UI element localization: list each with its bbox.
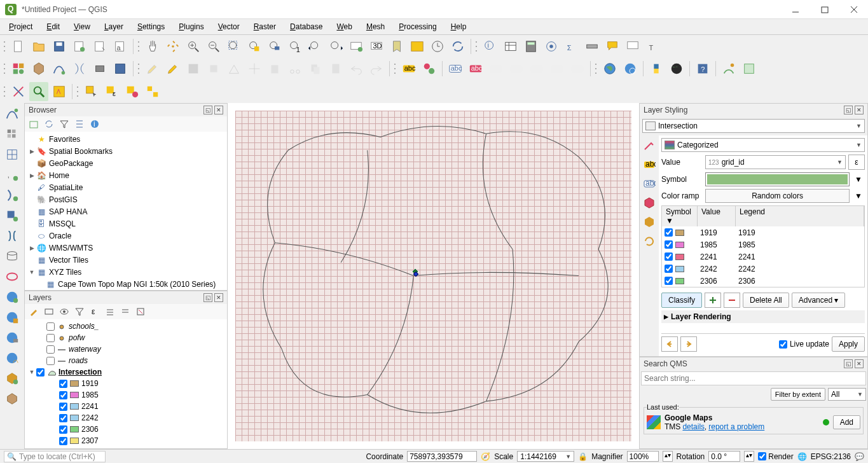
new-virtual-button[interactable]	[111, 59, 130, 78]
label-show-button[interactable]	[486, 59, 506, 78]
browser-filter-button[interactable]	[58, 118, 71, 130]
symbol-swatch[interactable]	[705, 172, 850, 186]
paste-button[interactable]	[326, 59, 345, 78]
cut-button[interactable]	[286, 59, 305, 78]
new-project-button[interactable]	[9, 37, 28, 56]
add-xyz-button[interactable]	[3, 308, 22, 327]
digitize-button[interactable]	[224, 59, 244, 78]
col-value[interactable]: Value	[698, 206, 736, 226]
browser-item[interactable]: ★Favorites	[25, 133, 227, 145]
browser-add-button[interactable]	[27, 118, 40, 130]
layer-row[interactable]: 2306	[25, 424, 227, 435]
add-wms-button[interactable]	[3, 287, 22, 307]
crs-label[interactable]: EPSG:2136	[811, 452, 851, 461]
undo-button[interactable]	[347, 59, 366, 78]
magnifier-spinner[interactable]: ▴▾	[663, 451, 673, 462]
layers-expand-button[interactable]	[104, 305, 116, 318]
browser-item[interactable]: 🖋SpatiaLite	[25, 181, 227, 193]
layers-collapse-button[interactable]	[119, 305, 132, 318]
browser-item[interactable]: ▶🏠Home	[25, 169, 227, 181]
browser-item[interactable]: 📦GeoPackage	[25, 157, 227, 169]
layer-row[interactable]: waterway	[25, 343, 227, 355]
classify-button[interactable]: Classify	[661, 293, 702, 308]
chevron-down-icon[interactable]: ▼	[852, 191, 865, 200]
toolbar-grip[interactable]	[3, 83, 6, 100]
masks-tab[interactable]: abc	[642, 176, 657, 191]
extents-icon[interactable]: 🧭	[481, 452, 490, 461]
qms-report-link[interactable]: report a problem	[708, 422, 764, 431]
styling-close-button[interactable]: ✕	[855, 106, 864, 114]
add-vector-button[interactable]	[3, 104, 22, 123]
toolbar-grip[interactable]	[3, 60, 6, 77]
zoom-next-button[interactable]	[326, 37, 345, 56]
layers-remove-button[interactable]	[134, 305, 147, 318]
text-annotation-button[interactable]: T	[644, 37, 663, 56]
layers-styledock-button[interactable]	[27, 305, 40, 318]
add-virtual-button[interactable]	[3, 206, 22, 225]
toolbar-grip[interactable]	[137, 60, 141, 77]
new-shapefile-button[interactable]	[50, 59, 69, 78]
deselect-button[interactable]	[123, 82, 142, 101]
render-checkbox[interactable]: Render	[758, 452, 793, 461]
toolbar-grip[interactable]	[76, 83, 79, 100]
new-map-view-button[interactable]	[347, 37, 366, 56]
messages-icon[interactable]: 💬	[855, 452, 864, 461]
new-spatialite-button[interactable]	[70, 59, 89, 78]
save-edits-button[interactable]	[184, 59, 203, 78]
class-table[interactable]: Symbol ▼ Value Legend 191919191985198522…	[661, 205, 865, 287]
processing-toolbox-button[interactable]	[542, 37, 561, 56]
scale-combo[interactable]: 1:1442169▼	[517, 451, 574, 462]
layers-expression-button[interactable]: ε	[88, 305, 101, 318]
minimize-button[interactable]	[787, 3, 804, 16]
col-legend[interactable]: Legend	[736, 206, 864, 226]
renderer-combo[interactable]: Categorized ▼	[661, 138, 865, 152]
labels-tab[interactable]: abc	[642, 157, 657, 172]
add-ogc-button[interactable]	[3, 369, 22, 388]
delete-selected-button[interactable]	[265, 59, 284, 78]
field-calculator-button[interactable]	[521, 37, 541, 56]
undo-style-button[interactable]	[661, 336, 678, 352]
crs-icon[interactable]: 🌐	[797, 452, 807, 461]
label-highlight-button[interactable]: abc	[446, 59, 465, 78]
add-oracle-button[interactable]	[3, 267, 22, 286]
browser-refresh-button[interactable]	[43, 118, 55, 130]
diagrams-tab[interactable]	[642, 214, 657, 230]
browser-item[interactable]: 🗄MSSQL	[25, 218, 227, 230]
color-ramp-button[interactable]: Random colors	[705, 189, 850, 203]
browser-item[interactable]: ▼▦XYZ Tiles	[25, 266, 227, 278]
osm-settings-button[interactable]	[740, 59, 759, 78]
layer-row[interactable]: pofw	[25, 332, 227, 343]
current-edits-button[interactable]	[143, 59, 162, 78]
add-postgis-button[interactable]	[3, 226, 22, 245]
zoom-in-button[interactable]	[184, 37, 203, 56]
browser-item[interactable]: ⬭Oracle	[25, 230, 227, 242]
save-project-button[interactable]	[50, 37, 69, 56]
add-mssql-button[interactable]	[3, 247, 22, 266]
live-update-checkbox[interactable]: Live update	[779, 340, 829, 349]
no-action-button[interactable]	[9, 82, 28, 101]
qms-category-combo[interactable]: All▼	[828, 388, 866, 401]
new-3d-view-button[interactable]: 3D	[367, 37, 386, 56]
pan-button[interactable]	[143, 37, 162, 56]
map-tips-button[interactable]	[603, 37, 622, 56]
attribute-table-button[interactable]	[501, 37, 520, 56]
new-memory-button[interactable]	[90, 59, 109, 78]
layer-row[interactable]: roads	[25, 355, 227, 366]
layer-row[interactable]: ▼Intersection	[25, 366, 227, 378]
class-row[interactable]: 19851985	[662, 238, 864, 251]
refresh-button[interactable]	[448, 37, 467, 56]
browser-float-button[interactable]: ◱	[203, 106, 212, 114]
3d-tab[interactable]	[642, 195, 657, 211]
layout-manager-button[interactable]	[90, 37, 109, 56]
layers-close-button[interactable]: ✕	[214, 293, 223, 302]
label-rotate-button[interactable]	[527, 59, 546, 78]
redo-button[interactable]	[367, 59, 386, 78]
browser-collapse-button[interactable]	[73, 118, 86, 130]
show-bookmarks-button[interactable]	[408, 37, 427, 56]
statistics-button[interactable]: Σ	[562, 37, 581, 56]
layer-row[interactable]: 2242	[25, 412, 227, 424]
browser-item[interactable]: ▶🌐WMS/WMTS	[25, 242, 227, 254]
symbology-tab[interactable]	[642, 138, 657, 153]
browser-tree[interactable]: ★Favorites▶🔖Spatial Bookmarks📦GeoPackage…	[25, 132, 227, 290]
history-tab[interactable]	[642, 233, 657, 249]
